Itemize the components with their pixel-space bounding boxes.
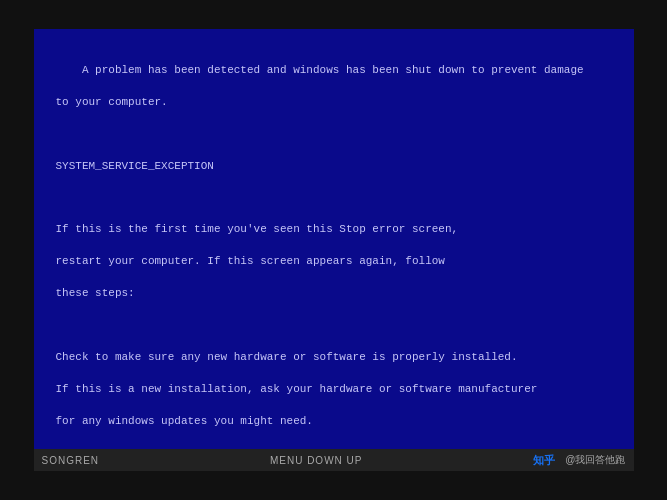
bsod-line1: A problem has been detected and windows …: [82, 64, 584, 76]
bsod-line6: If this is the first time you've seen th…: [56, 223, 459, 235]
bsod-screen: A problem has been detected and windows …: [34, 29, 634, 449]
zhihu-logo: 知乎: [533, 453, 555, 468]
menu-label: MENU DOWN UP: [270, 455, 363, 466]
bsod-line11: If this is a new installation, ask your …: [56, 383, 538, 395]
bsod-line8: these steps:: [56, 287, 135, 299]
bsod-line4: SYSTEM_SERVICE_EXCEPTION: [56, 160, 214, 172]
bsod-line7: restart your computer. If this screen ap…: [56, 255, 445, 267]
bsod-line12: for any windows updates you might need.: [56, 415, 313, 427]
brand-label: SONGREN: [42, 455, 100, 466]
bsod-content: A problem has been detected and windows …: [56, 47, 612, 449]
bsod-line10: Check to make sure any new hardware or s…: [56, 351, 518, 363]
bsod-line2: to your computer.: [56, 96, 168, 108]
user-tag: @我回答他跑: [565, 453, 625, 467]
bottom-bar: SONGREN MENU DOWN UP 知乎 @我回答他跑: [34, 449, 634, 471]
bottom-right-area: 知乎 @我回答他跑: [533, 453, 625, 468]
